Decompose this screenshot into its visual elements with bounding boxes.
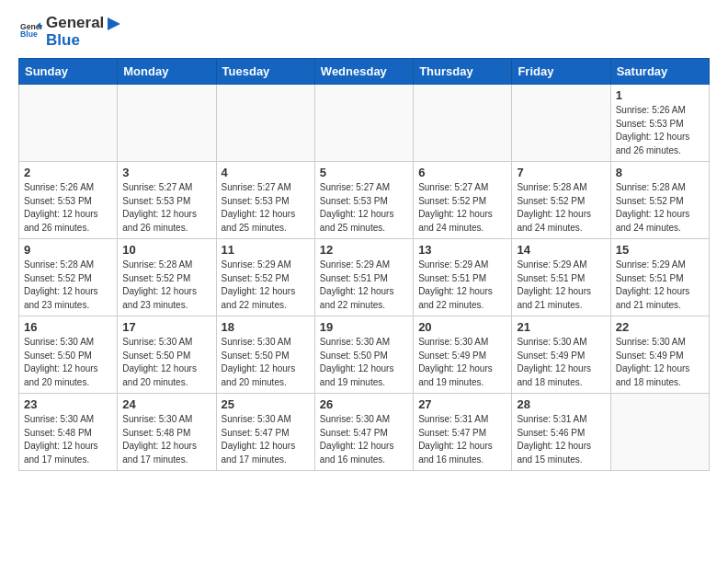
day-info: Sunrise: 5:30 AM Sunset: 5:47 PM Dayligh… bbox=[320, 413, 408, 466]
day-cell: 2Sunrise: 5:26 AM Sunset: 5:53 PM Daylig… bbox=[19, 162, 118, 239]
day-cell: 17Sunrise: 5:30 AM Sunset: 5:50 PM Dayli… bbox=[118, 316, 216, 394]
day-number: 15 bbox=[616, 243, 704, 257]
day-info: Sunrise: 5:30 AM Sunset: 5:50 PM Dayligh… bbox=[320, 336, 408, 389]
day-header-monday: Monday bbox=[118, 59, 216, 85]
day-number: 17 bbox=[122, 320, 210, 334]
day-cell bbox=[414, 85, 512, 162]
day-cell bbox=[314, 85, 413, 162]
day-info: Sunrise: 5:29 AM Sunset: 5:51 PM Dayligh… bbox=[418, 259, 506, 312]
day-number: 1 bbox=[616, 88, 704, 102]
day-info: Sunrise: 5:27 AM Sunset: 5:53 PM Dayligh… bbox=[122, 181, 210, 235]
week-row-4: 16Sunrise: 5:30 AM Sunset: 5:50 PM Dayli… bbox=[19, 316, 710, 394]
day-cell: 8Sunrise: 5:28 AM Sunset: 5:52 PM Daylig… bbox=[610, 162, 709, 239]
day-number: 16 bbox=[24, 320, 112, 334]
day-number: 14 bbox=[517, 243, 605, 257]
day-number: 9 bbox=[24, 243, 112, 257]
logo: General Blue General Blue bbox=[18, 15, 122, 49]
day-number: 28 bbox=[517, 397, 605, 411]
day-number: 23 bbox=[24, 397, 112, 411]
day-number: 11 bbox=[222, 243, 310, 257]
day-info: Sunrise: 5:30 AM Sunset: 5:49 PM Dayligh… bbox=[517, 336, 605, 389]
day-cell bbox=[19, 85, 118, 162]
day-info: Sunrise: 5:26 AM Sunset: 5:53 PM Dayligh… bbox=[24, 181, 112, 235]
day-cell: 26Sunrise: 5:30 AM Sunset: 5:47 PM Dayli… bbox=[314, 394, 413, 471]
day-number: 4 bbox=[222, 166, 310, 179]
day-info: Sunrise: 5:30 AM Sunset: 5:49 PM Dayligh… bbox=[616, 336, 704, 389]
day-number: 3 bbox=[122, 166, 210, 179]
day-info: Sunrise: 5:28 AM Sunset: 5:52 PM Dayligh… bbox=[517, 181, 605, 235]
day-cell: 22Sunrise: 5:30 AM Sunset: 5:49 PM Dayli… bbox=[610, 316, 709, 394]
day-cell: 27Sunrise: 5:31 AM Sunset: 5:47 PM Dayli… bbox=[414, 394, 512, 471]
day-cell bbox=[610, 394, 709, 471]
day-cell: 9Sunrise: 5:28 AM Sunset: 5:52 PM Daylig… bbox=[19, 239, 118, 316]
day-cell: 4Sunrise: 5:27 AM Sunset: 5:53 PM Daylig… bbox=[216, 162, 314, 239]
day-number: 18 bbox=[222, 320, 310, 334]
day-cell: 14Sunrise: 5:29 AM Sunset: 5:51 PM Dayli… bbox=[512, 239, 610, 316]
day-header-friday: Friday bbox=[512, 59, 610, 85]
day-number: 27 bbox=[418, 397, 506, 411]
header: General Blue General Blue bbox=[18, 15, 710, 49]
day-info: Sunrise: 5:28 AM Sunset: 5:52 PM Dayligh… bbox=[616, 181, 704, 235]
day-number: 25 bbox=[222, 397, 310, 411]
day-info: Sunrise: 5:28 AM Sunset: 5:52 PM Dayligh… bbox=[122, 259, 210, 312]
day-number: 22 bbox=[616, 320, 704, 334]
week-row-1: 1Sunrise: 5:26 AM Sunset: 5:53 PM Daylig… bbox=[19, 85, 710, 162]
day-cell: 7Sunrise: 5:28 AM Sunset: 5:52 PM Daylig… bbox=[512, 162, 610, 239]
day-number: 20 bbox=[418, 320, 506, 334]
day-number: 10 bbox=[122, 243, 210, 257]
day-info: Sunrise: 5:30 AM Sunset: 5:47 PM Dayligh… bbox=[222, 413, 310, 466]
logo-blue: Blue bbox=[46, 32, 122, 50]
day-info: Sunrise: 5:26 AM Sunset: 5:53 PM Dayligh… bbox=[616, 104, 704, 157]
day-cell: 6Sunrise: 5:27 AM Sunset: 5:52 PM Daylig… bbox=[414, 162, 512, 239]
logo-icon: General Blue bbox=[20, 19, 42, 41]
week-row-5: 23Sunrise: 5:30 AM Sunset: 5:48 PM Dayli… bbox=[19, 394, 710, 471]
day-info: Sunrise: 5:29 AM Sunset: 5:51 PM Dayligh… bbox=[517, 259, 605, 312]
day-number: 24 bbox=[122, 397, 210, 411]
day-number: 19 bbox=[320, 320, 408, 334]
day-info: Sunrise: 5:27 AM Sunset: 5:52 PM Dayligh… bbox=[418, 181, 506, 235]
day-cell: 1Sunrise: 5:26 AM Sunset: 5:53 PM Daylig… bbox=[610, 85, 709, 162]
day-cell bbox=[512, 85, 610, 162]
day-info: Sunrise: 5:30 AM Sunset: 5:49 PM Dayligh… bbox=[418, 336, 506, 389]
day-info: Sunrise: 5:30 AM Sunset: 5:48 PM Dayligh… bbox=[122, 413, 210, 466]
day-cell bbox=[216, 85, 314, 162]
day-info: Sunrise: 5:29 AM Sunset: 5:51 PM Dayligh… bbox=[320, 259, 408, 312]
week-row-3: 9Sunrise: 5:28 AM Sunset: 5:52 PM Daylig… bbox=[19, 239, 710, 316]
logo-general: General bbox=[46, 15, 122, 32]
day-header-sunday: Sunday bbox=[19, 59, 118, 85]
day-cell: 12Sunrise: 5:29 AM Sunset: 5:51 PM Dayli… bbox=[314, 239, 413, 316]
day-header-tuesday: Tuesday bbox=[216, 59, 314, 85]
day-number: 6 bbox=[418, 166, 506, 179]
day-cell: 10Sunrise: 5:28 AM Sunset: 5:52 PM Dayli… bbox=[118, 239, 216, 316]
day-cell: 23Sunrise: 5:30 AM Sunset: 5:48 PM Dayli… bbox=[19, 394, 118, 471]
day-header-row: SundayMondayTuesdayWednesdayThursdayFrid… bbox=[19, 59, 710, 85]
day-info: Sunrise: 5:29 AM Sunset: 5:51 PM Dayligh… bbox=[616, 259, 704, 312]
day-cell: 20Sunrise: 5:30 AM Sunset: 5:49 PM Dayli… bbox=[414, 316, 512, 394]
day-info: Sunrise: 5:27 AM Sunset: 5:53 PM Dayligh… bbox=[222, 181, 310, 235]
day-number: 21 bbox=[517, 320, 605, 334]
day-cell: 24Sunrise: 5:30 AM Sunset: 5:48 PM Dayli… bbox=[118, 394, 216, 471]
day-info: Sunrise: 5:31 AM Sunset: 5:47 PM Dayligh… bbox=[418, 413, 506, 466]
day-info: Sunrise: 5:31 AM Sunset: 5:46 PM Dayligh… bbox=[517, 413, 605, 466]
day-cell: 19Sunrise: 5:30 AM Sunset: 5:50 PM Dayli… bbox=[314, 316, 413, 394]
day-info: Sunrise: 5:28 AM Sunset: 5:52 PM Dayligh… bbox=[24, 259, 112, 312]
day-number: 5 bbox=[320, 166, 408, 179]
day-number: 26 bbox=[320, 397, 408, 411]
day-number: 12 bbox=[320, 243, 408, 257]
svg-text:Blue: Blue bbox=[20, 29, 38, 38]
day-info: Sunrise: 5:27 AM Sunset: 5:53 PM Dayligh… bbox=[320, 181, 408, 235]
day-info: Sunrise: 5:30 AM Sunset: 5:50 PM Dayligh… bbox=[122, 336, 210, 389]
day-header-thursday: Thursday bbox=[414, 59, 512, 85]
svg-marker-3 bbox=[108, 17, 120, 30]
day-number: 7 bbox=[517, 166, 605, 179]
day-cell: 13Sunrise: 5:29 AM Sunset: 5:51 PM Dayli… bbox=[414, 239, 512, 316]
day-info: Sunrise: 5:30 AM Sunset: 5:48 PM Dayligh… bbox=[24, 413, 112, 466]
day-info: Sunrise: 5:29 AM Sunset: 5:52 PM Dayligh… bbox=[222, 259, 310, 312]
day-cell: 21Sunrise: 5:30 AM Sunset: 5:49 PM Dayli… bbox=[512, 316, 610, 394]
day-number: 13 bbox=[418, 243, 506, 257]
day-number: 8 bbox=[616, 166, 704, 179]
page: General Blue General Blue SundayMondayTu… bbox=[0, 0, 728, 486]
logo-flag-icon bbox=[106, 17, 122, 31]
day-info: Sunrise: 5:30 AM Sunset: 5:50 PM Dayligh… bbox=[24, 336, 112, 389]
day-info: Sunrise: 5:30 AM Sunset: 5:50 PM Dayligh… bbox=[222, 336, 310, 389]
